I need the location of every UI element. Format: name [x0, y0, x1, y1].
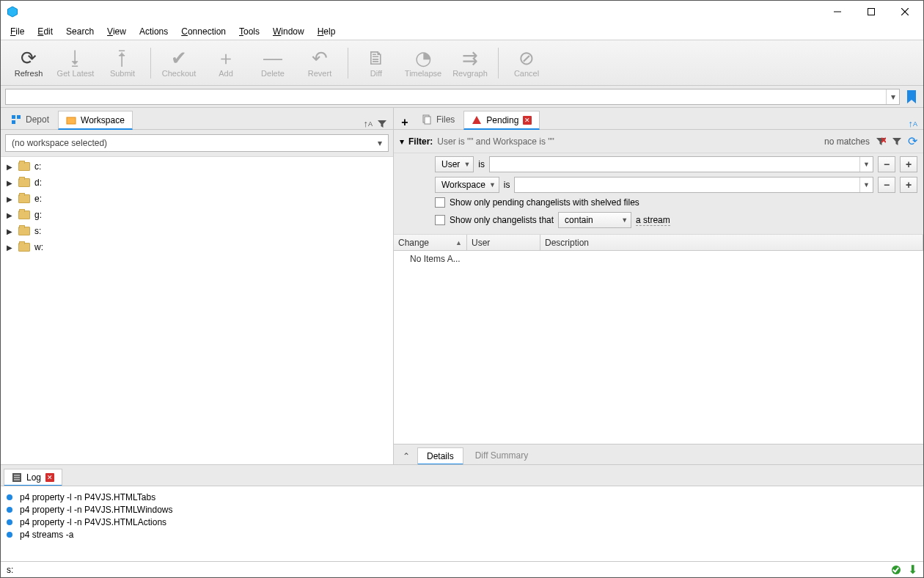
- sort-icon[interactable]: ↑A: [363, 118, 373, 129]
- bookmark-icon[interactable]: [904, 89, 919, 104]
- remove-filter-row-2[interactable]: −: [878, 177, 895, 193]
- upload-icon: ⭱: [113, 48, 132, 67]
- submit-button[interactable]: ⭱ Submit: [99, 43, 146, 84]
- log-line: p4 property -l -n P4VJS.HTMLActions: [7, 516, 917, 528]
- tab-diff-summary[interactable]: Diff Summary: [466, 447, 537, 464]
- tab-workspace[interactable]: Workspace: [58, 111, 133, 130]
- filter-workspace-value[interactable]: ▼: [514, 177, 873, 193]
- tab-details[interactable]: Details: [417, 447, 463, 465]
- menu-search[interactable]: Search: [59, 24, 100, 39]
- minus-icon: —: [263, 48, 282, 67]
- filter-icon-right[interactable]: [892, 136, 902, 147]
- status-bar: s: ⬇: [1, 561, 923, 577]
- new-tab-button[interactable]: +: [397, 116, 413, 129]
- log-line: p4 property -l -n P4VJS.HTMLTabs: [7, 491, 917, 503]
- col-description[interactable]: Description: [540, 235, 923, 250]
- get-latest-button[interactable]: ⭳ Get Latest: [52, 43, 99, 84]
- folder-icon: [18, 162, 30, 171]
- drive-label: c:: [34, 161, 41, 172]
- tab-pending-label: Pending: [486, 115, 518, 125]
- log-line: p4 property -l -n P4VJS.HTMLWindows: [7, 503, 917, 516]
- expand-details-icon[interactable]: ⌃: [398, 448, 414, 464]
- filter-form: User▼ is ▼ − + Workspace▼ is ▼ − + Show …: [394, 153, 923, 235]
- clock-icon: ◔: [415, 48, 432, 67]
- tab-files[interactable]: Files: [414, 110, 462, 129]
- expand-icon[interactable]: ▶: [7, 195, 14, 203]
- tree-node[interactable]: ▶w:: [7, 239, 393, 255]
- log-text: p4 streams -a: [20, 530, 73, 540]
- add-filter-row[interactable]: +: [900, 156, 917, 172]
- tree-node[interactable]: ▶d:: [7, 175, 393, 191]
- drive-label: g:: [34, 210, 42, 220]
- menu-view[interactable]: View: [100, 24, 133, 39]
- folder-icon: [18, 227, 30, 235]
- expand-icon[interactable]: ▶: [7, 163, 14, 171]
- minimize-button[interactable]: [821, 1, 854, 23]
- address-dropdown[interactable]: ▾: [886, 89, 899, 104]
- menu-tools[interactable]: Tools: [232, 24, 266, 39]
- log-text: p4 property -l -n P4VJS.HTMLActions: [20, 517, 166, 527]
- workspace-tree[interactable]: ▶c:▶d:▶e:▶g:▶s:▶w:: [1, 156, 393, 464]
- status-ok-icon: [892, 566, 901, 574]
- add-filter-row-2[interactable]: +: [900, 177, 917, 193]
- status-text: s:: [7, 565, 13, 575]
- stream-checkbox[interactable]: [435, 215, 445, 225]
- workspace-icon: [66, 115, 76, 125]
- close-log-button[interactable]: ✕: [45, 473, 54, 482]
- col-change[interactable]: Change▲: [394, 235, 467, 250]
- sort-icon-right[interactable]: ↑A: [908, 118, 917, 129]
- workspace-selector[interactable]: (no workspace selected) ▾: [5, 134, 389, 152]
- tree-node[interactable]: ▶e:: [7, 191, 393, 207]
- expand-icon[interactable]: ▶: [7, 227, 14, 235]
- info-dot-icon: [7, 519, 12, 525]
- timelapse-button[interactable]: ◔ Timelapse: [400, 43, 447, 84]
- remove-filter-row[interactable]: −: [878, 156, 895, 172]
- address-combo[interactable]: ▾: [5, 89, 900, 105]
- log-text: p4 property -l -n P4VJS.HTMLWindows: [20, 505, 173, 515]
- folder-icon: [18, 211, 30, 219]
- expand-icon[interactable]: ▶: [7, 211, 14, 219]
- tree-node[interactable]: ▶s:: [7, 223, 393, 239]
- svg-marker-0: [8, 7, 18, 17]
- filter-field-workspace[interactable]: Workspace▼: [435, 177, 499, 193]
- menu-bar: File Edit Search View Actions Connection…: [1, 23, 923, 40]
- expand-icon[interactable]: ▶: [7, 244, 14, 252]
- address-input[interactable]: [6, 89, 886, 104]
- folder-icon: [18, 194, 30, 203]
- filter-icon[interactable]: [377, 119, 387, 129]
- add-button[interactable]: ＋ Add: [202, 43, 249, 84]
- clear-filter-icon[interactable]: [876, 136, 886, 147]
- tab-log[interactable]: Log ✕: [4, 469, 62, 486]
- log-body[interactable]: p4 property -l -n P4VJS.HTMLTabsp4 prope…: [1, 486, 923, 561]
- detail-tabs: ⌃ Details Diff Summary: [394, 444, 923, 464]
- menu-actions[interactable]: Actions: [133, 24, 175, 39]
- revgraph-button[interactable]: ⇉ Revgraph: [447, 43, 494, 84]
- refresh-filter-icon[interactable]: ⟳: [908, 134, 917, 148]
- expand-icon[interactable]: ▶: [7, 179, 14, 187]
- close-tab-button[interactable]: ✕: [523, 116, 532, 125]
- delete-button[interactable]: — Delete: [249, 43, 296, 84]
- diff-button[interactable]: 🗎 Diff: [353, 43, 400, 84]
- collapse-filter-icon[interactable]: ▾: [400, 136, 404, 147]
- revert-button[interactable]: ↶ Revert: [296, 43, 343, 84]
- checkout-button[interactable]: ✔ Checkout: [155, 43, 202, 84]
- menu-edit[interactable]: Edit: [31, 24, 59, 39]
- filter-user-value[interactable]: ▼: [489, 156, 873, 172]
- files-icon: [422, 114, 432, 125]
- cancel-button[interactable]: ⊘ Cancel: [503, 43, 550, 84]
- col-user[interactable]: User: [467, 235, 540, 250]
- tree-node[interactable]: ▶c:: [7, 158, 393, 175]
- menu-help[interactable]: Help: [311, 24, 342, 39]
- menu-window[interactable]: Window: [266, 24, 311, 39]
- tab-pending[interactable]: Pending ✕: [463, 111, 540, 130]
- tab-depot[interactable]: Depot: [4, 110, 56, 129]
- contain-dropdown[interactable]: contain▼: [558, 212, 631, 228]
- close-button[interactable]: [888, 1, 922, 23]
- filter-field-user[interactable]: User▼: [435, 156, 474, 172]
- refresh-button[interactable]: ⟳ Refresh: [5, 43, 52, 84]
- tree-node[interactable]: ▶g:: [7, 207, 393, 223]
- menu-file[interactable]: File: [4, 24, 31, 39]
- menu-connection[interactable]: Connection: [175, 24, 232, 39]
- shelved-checkbox[interactable]: [435, 197, 445, 208]
- maximize-button[interactable]: [854, 1, 888, 23]
